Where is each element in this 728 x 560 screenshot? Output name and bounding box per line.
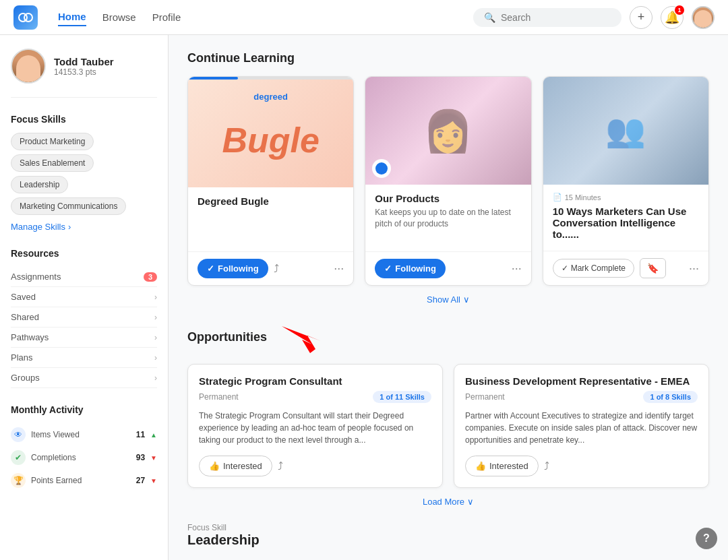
opp-skills-badge-1: 1 of 8 Skills [643, 391, 698, 403]
header-right: 🔍 + 🔔 1 [473, 6, 715, 29]
interested-button-0[interactable]: 👍 Interested [199, 456, 272, 476]
focus-skills-title: Focus Skills [11, 114, 157, 125]
opp-card-0: Strategic Program Consultant Permanent 1… [187, 364, 443, 488]
opportunities-section: Opportunities Strategic Program Consulta… [187, 321, 709, 507]
user-section: Todd Tauber 14153.3 pts [11, 49, 157, 98]
opp-footer-1: 👍 Interested ⤴ [465, 456, 698, 476]
opp-title-0: Strategic Program Consultant [199, 375, 431, 387]
card-title-article: 10 Ways Marketers Can Use Conversation I… [553, 206, 699, 240]
opp-skills-badge-0: 1 of 11 Skills [373, 391, 431, 403]
focus-skill-title: Leadership [187, 532, 709, 548]
opportunities-title: Opportunities [187, 330, 267, 344]
card-image-bugle: degreed Bugle [188, 80, 353, 187]
skills-tags: Product Marketing Sales Enablement Leade… [11, 133, 157, 219]
following-button-bugle[interactable]: ✓ Following [198, 259, 268, 278]
skill-tag-0[interactable]: Product Marketing [11, 133, 94, 150]
search-input[interactable] [501, 12, 611, 23]
opp-desc-1: Partner with Account Executives to strat… [465, 410, 698, 446]
activity-points-earned: 🏆 Points Earned 27 ▼ [11, 469, 157, 492]
load-more-button[interactable]: Load More ∨ [423, 497, 474, 507]
resources-title: Resources [11, 248, 157, 259]
user-points: 14153.3 pts [54, 67, 114, 77]
card-desc-products: Kat keeps you up to date on the latest p… [375, 207, 521, 230]
resource-shared[interactable]: Shared › [11, 307, 157, 328]
card-title-products: Our Products [375, 193, 521, 204]
logo[interactable] [13, 5, 38, 30]
resource-saved[interactable]: Saved › [11, 287, 157, 307]
share-button-opp-0[interactable]: ⤴ [278, 460, 283, 472]
chevron-icon: › [154, 292, 157, 302]
more-button-bugle[interactable]: ··· [334, 261, 344, 276]
help-button[interactable]: ? [696, 528, 717, 549]
opp-desc-0: The Strategic Program Consultant will st… [199, 410, 431, 446]
chevron-icon: › [154, 313, 157, 322]
skill-tag-1[interactable]: Sales Enablement [11, 154, 94, 172]
opp-type-1: Permanent [465, 392, 505, 402]
skill-tag-3[interactable]: Marketing Communications [11, 197, 126, 215]
eye-icon: 👁 [11, 427, 26, 442]
user-info: Todd Tauber 14153.3 pts [54, 56, 114, 77]
learning-card-article: 👥 📄 15 Minutes 10 Ways Marketers Can Use… [543, 76, 709, 286]
resources-section: Resources Assignments 3 Saved › Shared ›… [11, 248, 157, 388]
brand-badge [372, 159, 391, 178]
header: Home Browse Profile 🔍 + 🔔 1 [0, 0, 728, 35]
opp-card-1: Business Development Representative - EM… [454, 364, 709, 488]
activity-completions: ✔ Completions 93 ▼ [11, 446, 157, 469]
opp-footer-0: 👍 Interested ⤴ [199, 456, 431, 476]
card-body-article: 📄 15 Minutes 10 Ways Marketers Can Use C… [543, 185, 708, 251]
check-icon: ✔ [11, 450, 26, 465]
learning-cards-row: degreed Bugle Degreed Bugle ✓ Following [187, 76, 709, 286]
focus-skills-section: Focus Skills Product Marketing Sales Ena… [11, 114, 157, 232]
photo-person-icon: 👩 [423, 107, 473, 155]
group-photo-icon: 👥 [605, 112, 646, 150]
opp-title-1: Business Development Representative - EM… [465, 375, 698, 387]
main-nav: Home Browse Profile [58, 8, 473, 26]
show-all-container: Show All ∨ [187, 294, 709, 305]
card-footer-article: ✓ Mark Complete 🔖 ··· [543, 251, 708, 285]
resource-groups[interactable]: Groups › [11, 368, 157, 388]
show-all-button[interactable]: Show All ∨ [427, 294, 470, 305]
bookmark-button[interactable]: 🔖 [640, 258, 666, 278]
red-arrow-icon [275, 321, 329, 353]
sidebar: Todd Tauber 14153.3 pts Focus Skills Pro… [0, 35, 169, 560]
user-avatar [11, 49, 46, 84]
notification-badge: 1 [675, 5, 684, 15]
interested-button-1[interactable]: 👍 Interested [465, 456, 539, 476]
monthly-activity-section: Monthly Activity 👁 Items Viewed 11 ▲ ✔ C… [11, 404, 157, 492]
logo-icon [13, 5, 38, 30]
more-button-article[interactable]: ··· [689, 261, 699, 276]
notifications-button[interactable]: 🔔 1 [661, 6, 684, 29]
card-body-bugle: Degreed Bugle [188, 187, 353, 251]
more-button-products[interactable]: ··· [512, 261, 522, 276]
learning-card-bugle: degreed Bugle Degreed Bugle ✓ Following [187, 76, 354, 286]
add-button[interactable]: + [630, 6, 653, 29]
card-footer-products: ✓ Following ··· [365, 251, 530, 285]
focus-skill-label: Focus Skill [187, 523, 709, 532]
resource-pathways[interactable]: Pathways › [11, 328, 157, 348]
resource-assignments[interactable]: Assignments 3 [11, 267, 157, 287]
share-button-bugle[interactable]: ⤴ [274, 263, 279, 275]
opp-type-0: Permanent [199, 392, 239, 402]
mark-complete-button[interactable]: ✓ Mark Complete [553, 259, 634, 278]
svg-point-1 [24, 13, 32, 22]
manage-skills-link[interactable]: Manage Skills › [11, 222, 157, 232]
card-title-bugle: Degreed Bugle [198, 195, 344, 207]
assignments-badge: 3 [144, 272, 157, 282]
following-button-products[interactable]: ✓ Following [375, 259, 446, 278]
nav-profile[interactable]: Profile [152, 9, 181, 26]
page-layout: Todd Tauber 14153.3 pts Focus Skills Pro… [0, 35, 728, 560]
nav-home[interactable]: Home [58, 8, 86, 26]
bugle-logo: Bugle [222, 123, 319, 158]
opportunities-cards-row: Strategic Program Consultant Permanent 1… [187, 364, 709, 488]
share-button-opp-1[interactable]: ⤴ [544, 460, 549, 472]
chevron-icon: › [154, 333, 157, 342]
search-bar[interactable]: 🔍 [473, 8, 621, 27]
continue-learning-title: Continue Learning [187, 51, 709, 65]
avatar[interactable] [692, 6, 715, 29]
nav-browse[interactable]: Browse [102, 9, 136, 26]
activity-items-viewed: 👁 Items Viewed 11 ▲ [11, 423, 157, 446]
resource-plans[interactable]: Plans › [11, 348, 157, 368]
opp-meta-1: Permanent 1 of 8 Skills [465, 391, 698, 403]
skill-tag-2[interactable]: Leadership [11, 176, 68, 193]
chevron-icon: › [154, 373, 157, 383]
